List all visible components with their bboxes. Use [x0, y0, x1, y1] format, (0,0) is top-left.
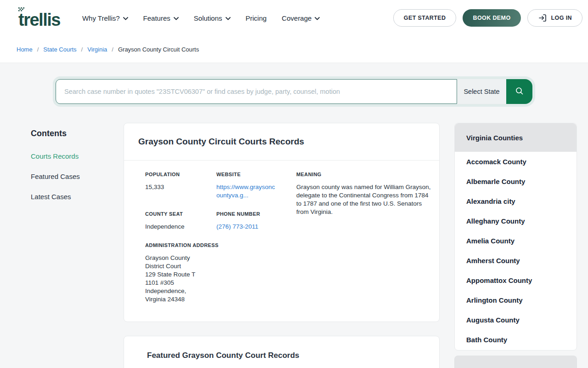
- next-sidebar-card-header: [454, 356, 577, 368]
- population-label: POPULATION: [145, 172, 180, 177]
- breadcrumb-state-courts[interactable]: State Courts: [43, 46, 76, 53]
- trellis-logo[interactable]: trellis: [18, 6, 60, 30]
- county-link-amherst[interactable]: Amherst County: [455, 251, 577, 270]
- log-in-label: LOG IN: [551, 15, 572, 21]
- chevron-down-icon: [226, 17, 231, 20]
- case-search-bar: Select State: [56, 79, 532, 104]
- top-navigation-bar: trellis Why Trellis? Features Solutions …: [0, 0, 588, 36]
- county-link-accomack[interactable]: Accomack County: [455, 152, 577, 172]
- phone-number-label: PHONE NUMBER: [216, 211, 260, 217]
- nav-label: Features: [143, 14, 170, 22]
- log-in-button[interactable]: LOG IN: [527, 9, 582, 27]
- breadcrumb-current-page: Grayson County Circuit Courts: [118, 46, 199, 53]
- logo-text: trellis: [18, 10, 60, 29]
- administration-address-value: Grayson County District Court 129 State …: [145, 254, 195, 304]
- county-link-bath[interactable]: Bath County: [455, 330, 577, 350]
- website-label: WEBSITE: [216, 172, 241, 177]
- login-arrow-icon: [538, 13, 547, 23]
- breadcrumb-virginia[interactable]: Virginia: [87, 46, 107, 53]
- featured-records-title: Featured Grayson County Court Records: [124, 336, 439, 360]
- breadcrumb-separator: /: [81, 46, 83, 53]
- nav-item-pricing[interactable]: Pricing: [246, 14, 267, 22]
- breadcrumb: Home / State Courts / Virginia / Grayson…: [0, 36, 588, 63]
- breadcrumb-separator: /: [112, 46, 113, 53]
- county-link-appomattox[interactable]: Appomattox County: [455, 270, 577, 290]
- nav-item-why-trellis[interactable]: Why Trellis?: [82, 14, 128, 22]
- website-link[interactable]: https://www.graysoncountyva.g...: [216, 183, 278, 200]
- chevron-down-icon: [174, 17, 179, 20]
- county-seat-value: Independence: [145, 223, 185, 231]
- county-link-amelia[interactable]: Amelia County: [455, 231, 577, 251]
- nav-item-features[interactable]: Features: [143, 14, 179, 22]
- nav-label: Solutions: [194, 14, 222, 22]
- contents-item-latest-cases[interactable]: Latest Cases: [31, 193, 109, 201]
- chevron-down-icon: [315, 17, 320, 20]
- book-demo-button[interactable]: BOOK DEMO: [463, 9, 520, 27]
- county-link-alexandria[interactable]: Alexandria city: [455, 191, 577, 211]
- search-icon: [514, 86, 525, 98]
- contents-item-courts-records[interactable]: Courts Records: [31, 152, 109, 160]
- contents-title: Contents: [31, 129, 109, 138]
- county-link-alleghany[interactable]: Alleghany County: [455, 211, 577, 231]
- search-input[interactable]: [56, 79, 457, 104]
- breadcrumb-home[interactable]: Home: [17, 46, 33, 53]
- search-button[interactable]: [506, 79, 532, 104]
- breadcrumb-separator: /: [37, 46, 39, 53]
- featured-records-card: Featured Grayson County Court Records: [124, 336, 440, 368]
- meaning-text: Grayson county was named for William Gra…: [296, 183, 433, 216]
- page-title: Grayson County Circuit Courts Records: [138, 137, 304, 147]
- court-records-card: Grayson County Circuit Courts Records PO…: [124, 123, 440, 322]
- chevron-down-icon: [123, 17, 128, 20]
- state-selector-dropdown[interactable]: Select State: [457, 79, 506, 104]
- county-link-augusta[interactable]: Augusta County: [455, 310, 577, 330]
- nav-label: Why Trellis?: [82, 14, 120, 22]
- county-seat-label: COUNTY SEAT: [145, 211, 183, 217]
- county-link-arlington[interactable]: Arlington County: [455, 290, 577, 310]
- contents-sidebar: Contents Courts Records Featured Cases L…: [31, 129, 109, 213]
- administration-address-label: ADMINISTRATION ADDRESS: [145, 242, 219, 248]
- court-card-header: Grayson County Circuit Courts Records: [124, 123, 439, 161]
- header-actions: GET STARTED BOOK DEMO LOG IN: [393, 9, 582, 27]
- nav-item-coverage[interactable]: Coverage: [282, 14, 320, 22]
- main-nav: Why Trellis? Features Solutions Pricing …: [82, 14, 320, 22]
- meaning-label: MEANING: [296, 172, 322, 177]
- page: trellis Why Trellis? Features Solutions …: [0, 0, 588, 368]
- phone-number-link[interactable]: (276) 773-2011: [216, 223, 258, 231]
- building-pixels-icon: [18, 7, 24, 13]
- virginia-counties-header: Virginia Counties: [455, 123, 577, 152]
- contents-item-featured-cases[interactable]: Featured Cases: [31, 172, 109, 180]
- virginia-counties-card: Virginia Counties Accomack County Albema…: [454, 123, 577, 351]
- county-link-albemarle[interactable]: Albemarle County: [455, 172, 577, 191]
- nav-label: Pricing: [246, 14, 267, 22]
- nav-item-solutions[interactable]: Solutions: [194, 14, 231, 22]
- population-value: 15,333: [145, 183, 164, 191]
- get-started-button[interactable]: GET STARTED: [393, 9, 457, 27]
- nav-label: Coverage: [282, 14, 311, 22]
